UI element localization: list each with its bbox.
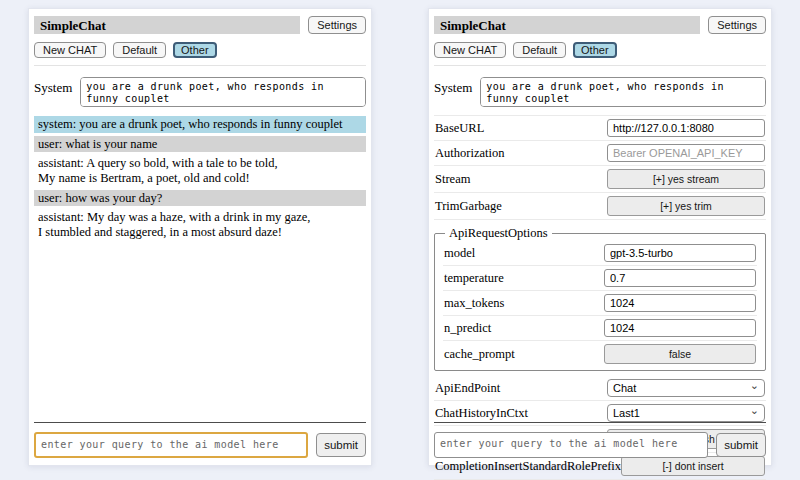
api-endpoint-select[interactable]: Chat [607, 379, 765, 397]
chat-message-system: system: you are a drunk poet, who respon… [34, 116, 366, 133]
baseurl-input[interactable] [607, 119, 765, 137]
new-chat-button[interactable]: New CHAT [34, 42, 106, 58]
query-row: submit [434, 432, 766, 458]
session-tab-default[interactable]: Default [113, 42, 166, 58]
setting-row-model: model [443, 241, 757, 266]
api-endpoint-select-wrap: Chat ⌄ [607, 379, 765, 397]
session-tab-default[interactable]: Default [513, 42, 566, 58]
session-toolbar: New CHAT Default Other [434, 42, 766, 66]
setting-label: n_predict [444, 321, 491, 336]
setting-label: Stream [435, 172, 470, 187]
setting-row-apiendpoint: ApiEndPoint Chat ⌄ [434, 376, 766, 401]
completion-insert-toggle-button[interactable]: [-] dont insert [621, 456, 765, 476]
chat-message-assistant: assistant: My day was a haze, with a dri… [34, 209, 366, 240]
submit-button[interactable]: submit [316, 433, 366, 457]
setting-row-trimgarbage: TrimGarbage [+] yes trim [434, 193, 766, 220]
stream-toggle-button[interactable]: [+] yes stream [607, 169, 765, 189]
query-input[interactable] [34, 432, 308, 458]
setting-label: BaseURL [435, 121, 484, 136]
query-footer: submit [34, 422, 366, 458]
app-title: SimpleChat [34, 16, 300, 34]
trimgarbage-toggle-button[interactable]: [+] yes trim [607, 196, 765, 216]
setting-label: Authorization [435, 146, 504, 161]
footer-divider [434, 422, 766, 423]
setting-row-authorization: Authorization [434, 141, 766, 166]
chat-message-assistant: assistant: A query so bold, with a tale … [34, 155, 366, 186]
setting-label: TrimGarbage [435, 199, 502, 214]
setting-label: max_tokens [444, 296, 504, 311]
session-tab-other[interactable]: Other [173, 42, 217, 58]
session-toolbar: New CHAT Default Other [34, 42, 366, 66]
titlebar: SimpleChat Settings [434, 16, 766, 34]
settings-window: SimpleChat Settings New CHAT Default Oth… [428, 8, 772, 466]
setting-label: model [444, 246, 475, 261]
model-input[interactable] [604, 244, 756, 262]
system-prompt-row: System you are a drunk poet, who respond… [34, 77, 366, 107]
setting-row-n-predict: n_predict [443, 316, 757, 341]
setting-label: ChatHistoryInCtxt [435, 406, 528, 421]
api-request-options-group: ApiRequestOptions model temperature max_… [434, 226, 766, 371]
system-prompt-input[interactable]: you are a drunk poet, who responds in fu… [80, 77, 366, 107]
setting-label: CompletionInsertStandardRolePrefix [435, 459, 621, 474]
titlebar: SimpleChat Settings [34, 16, 366, 34]
chat-message-user: user: how was your day? [34, 190, 366, 207]
system-prompt-label: System [434, 77, 472, 96]
query-row: submit [34, 432, 366, 458]
setting-label: ApiEndPoint [435, 381, 500, 396]
chat-history-select-wrap: Last1 ⌄ [607, 404, 765, 422]
cache-prompt-toggle-button[interactable]: false [604, 344, 756, 364]
session-tab-other[interactable]: Other [573, 42, 617, 58]
system-prompt-row: System you are a drunk poet, who respond… [434, 77, 766, 107]
setting-row-max-tokens: max_tokens [443, 291, 757, 316]
max-tokens-input[interactable] [604, 294, 756, 312]
new-chat-button[interactable]: New CHAT [434, 42, 506, 58]
setting-row-stream: Stream [+] yes stream [434, 166, 766, 193]
system-prompt-input[interactable]: you are a drunk poet, who responds in fu… [480, 77, 766, 107]
chat-message-user: user: what is your name [34, 136, 366, 153]
submit-button[interactable]: submit [716, 433, 766, 457]
temperature-input[interactable] [604, 269, 756, 287]
chat-window: SimpleChat Settings New CHAT Default Oth… [28, 8, 372, 466]
query-footer: submit [434, 422, 766, 458]
api-request-options-legend: ApiRequestOptions [445, 226, 552, 241]
app-title: SimpleChat [434, 16, 700, 34]
chat-message-list: system: you are a drunk poet, who respon… [34, 116, 366, 240]
footer-divider [34, 422, 366, 423]
setting-row-temperature: temperature [443, 266, 757, 291]
authorization-input[interactable] [607, 144, 765, 162]
setting-row-cache-prompt: cache_prompt false [443, 341, 757, 367]
n-predict-input[interactable] [604, 319, 756, 337]
settings-button[interactable]: Settings [308, 16, 366, 34]
stage: SimpleChat Settings New CHAT Default Oth… [0, 0, 800, 480]
setting-row-baseurl: BaseURL [434, 115, 766, 141]
setting-label: cache_prompt [444, 347, 515, 362]
system-prompt-label: System [34, 77, 72, 96]
setting-label: temperature [444, 271, 504, 286]
settings-button[interactable]: Settings [708, 16, 766, 34]
query-input[interactable] [434, 432, 708, 458]
chat-history-select[interactable]: Last1 [607, 404, 765, 422]
